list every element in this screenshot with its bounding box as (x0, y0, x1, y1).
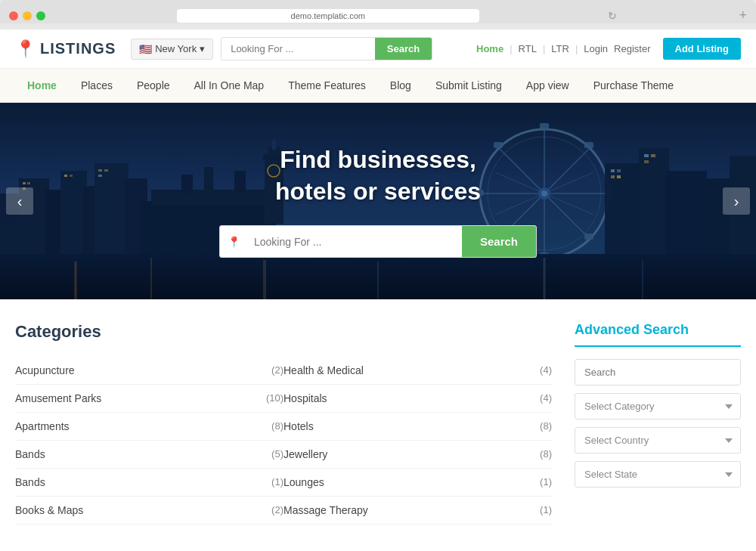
nav-register-link[interactable]: Register (614, 43, 650, 54)
header-search-bar: Search (221, 37, 432, 60)
hero-search-input[interactable] (248, 227, 462, 257)
nav-ltr-link[interactable]: LTR (551, 43, 569, 54)
select-state[interactable]: Select State New York California Texas (575, 461, 741, 488)
advanced-search-title: Advanced Search (575, 322, 741, 347)
hero-prev-button[interactable]: ‹ (6, 187, 33, 215)
advanced-search-input[interactable] (575, 359, 741, 385)
select-country[interactable]: Select Country United States United King… (575, 427, 741, 453)
nav-item-theme-features[interactable]: Theme Features (276, 69, 378, 102)
browser-dots (9, 11, 45, 20)
sidebar: Advanced Search Select Category Hotels R… (575, 322, 741, 525)
category-count: (8) (540, 448, 552, 460)
category-name: Massage Therapy (284, 504, 368, 516)
location-selector[interactable]: 🇺🇸 New York ▾ (131, 39, 213, 60)
category-name: Books & Maps (15, 504, 83, 516)
list-item[interactable]: Bands (1) (15, 469, 284, 497)
header-search-input[interactable] (222, 38, 375, 60)
nav-item-app-view[interactable]: App view (514, 69, 581, 102)
flag-icon: 🇺🇸 (139, 43, 152, 55)
nav-item-submit-listing[interactable]: Submit Listing (423, 69, 514, 102)
browser-chrome: demo.templatic.com ↻ + (0, 0, 756, 23)
category-name: Amusement Parks (15, 392, 101, 404)
nav-item-blog[interactable]: Blog (378, 69, 423, 102)
category-count: (2) (271, 504, 284, 516)
list-item[interactable]: Amusement Parks (10) (15, 385, 284, 413)
minimize-dot[interactable] (23, 11, 32, 20)
list-item[interactable]: Hotels (8) (284, 413, 552, 441)
categories-title: Categories (15, 322, 552, 342)
category-count: (8) (271, 420, 284, 432)
logo-text: LISTINGS (40, 40, 116, 57)
category-name: Hotels (284, 420, 314, 432)
category-name: Health & Medical (284, 364, 364, 376)
list-item[interactable]: Lounges (1) (284, 469, 552, 497)
category-count: (5) (271, 448, 284, 460)
nav-item-all-in-one-map[interactable]: All In One Map (182, 69, 277, 102)
nav-menu: Home Places People All In One Map Theme … (0, 69, 756, 103)
list-item[interactable]: Jewellery (8) (284, 441, 552, 469)
header-nav-right: Home | RTL | LTR | Login Register Add Li… (476, 38, 741, 60)
chevron-down-icon: ▾ (200, 43, 205, 54)
hero-content: Find businesses, hotels or services 📍 Se… (219, 144, 537, 258)
list-item[interactable]: Massage Therapy (1) (284, 497, 552, 525)
hero-section: ‹ Find businesses, hotels or services 📍 … (0, 103, 756, 299)
hero-search-button[interactable]: Search (462, 226, 536, 257)
list-item[interactable]: Hospitals (4) (284, 385, 552, 413)
location-pin-icon: 📍 (220, 236, 248, 248)
header-search-button[interactable]: Search (375, 38, 432, 60)
list-item[interactable]: Health & Medical (4) (284, 357, 552, 385)
logo-icon: 📍 (15, 39, 36, 59)
nav-login-link[interactable]: Login (584, 43, 608, 54)
maximize-dot[interactable] (36, 11, 45, 20)
nav-item-places[interactable]: Places (69, 69, 125, 102)
category-count: (1) (540, 476, 552, 488)
category-name: Lounges (284, 476, 324, 488)
location-text: New York (155, 43, 197, 54)
category-count: (10) (266, 392, 284, 404)
categories-column-left: Acupuncture (2) Amusement Parks (10) Apa… (15, 357, 284, 525)
nav-item-purchase-theme[interactable]: Purchase Theme (581, 69, 686, 102)
category-name: Apartments (15, 420, 70, 432)
categories-column-right: Health & Medical (4) Hospitals (4) Hotel… (284, 357, 552, 525)
logo[interactable]: 📍 LISTINGS (15, 39, 116, 59)
category-count: (2) (271, 364, 284, 376)
category-name: Jewellery (284, 448, 327, 460)
category-name: Bands (15, 448, 45, 460)
category-count: (8) (540, 420, 552, 432)
hero-title: Find businesses, hotels or services (219, 144, 537, 207)
categories-section: Categories Acupuncture (2) Amusement Par… (15, 322, 552, 525)
new-tab-button[interactable]: + (739, 8, 747, 23)
nav-item-home[interactable]: Home (15, 69, 69, 102)
category-count: (1) (540, 504, 552, 516)
select-category[interactable]: Select Category Hotels Restaurants Servi… (575, 393, 741, 419)
list-item[interactable]: Books & Maps (2) (15, 497, 284, 525)
category-name: Hospitals (284, 392, 327, 404)
category-name: Acupuncture (15, 364, 75, 376)
address-bar[interactable]: demo.templatic.com (177, 9, 479, 23)
category-count: (1) (271, 476, 284, 488)
nav-rtl-link[interactable]: RTL (519, 43, 537, 54)
site-header: 📍 LISTINGS 🇺🇸 New York ▾ Search Home | R… (0, 29, 756, 69)
list-item[interactable]: Acupuncture (2) (15, 357, 284, 385)
close-dot[interactable] (9, 11, 18, 20)
list-item[interactable]: Bands (5) (15, 441, 284, 469)
category-count: (4) (540, 364, 552, 376)
website-content: 📍 LISTINGS 🇺🇸 New York ▾ Search Home | R… (0, 29, 756, 551)
category-name: Bands (15, 476, 45, 488)
nav-item-people[interactable]: People (125, 69, 182, 102)
nav-home-link[interactable]: Home (476, 43, 503, 54)
hero-next-button[interactable]: › (723, 187, 750, 215)
list-item[interactable]: Apartments (8) (15, 413, 284, 441)
hero-search-bar: 📍 Search (219, 225, 537, 258)
main-content: Categories Acupuncture (2) Amusement Par… (0, 299, 756, 547)
categories-grid: Acupuncture (2) Amusement Parks (10) Apa… (15, 357, 552, 525)
add-listing-button[interactable]: Add Listing (663, 38, 742, 60)
category-count: (4) (540, 392, 552, 404)
refresh-icon[interactable]: ↻ (608, 10, 617, 22)
